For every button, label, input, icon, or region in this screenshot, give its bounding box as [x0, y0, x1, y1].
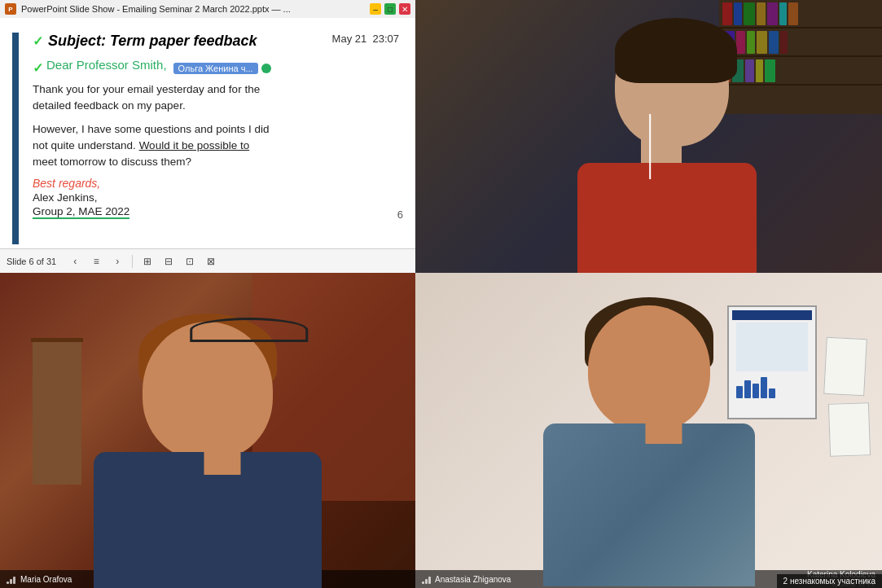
- person-neck-bl: [204, 450, 241, 475]
- wall-paper-1: [823, 337, 867, 397]
- slide-area: ✓ Subject: Term paper feedback May 21 23…: [0, 18, 415, 258]
- signal-bar-br-2: [425, 579, 428, 584]
- person-face-br: [588, 305, 710, 432]
- book: [744, 2, 755, 25]
- shelf-row-3: [719, 57, 882, 86]
- slide-date: May 21 23:07: [332, 33, 399, 45]
- check-icon-2: ✓: [33, 60, 43, 76]
- slide-subject: Subject: Term paper feedback: [48, 33, 257, 50]
- person-neck-br: [645, 423, 682, 444]
- chart-bar-3: [753, 384, 759, 398]
- slide-controls-bar: Slide 6 of 31 ‹ ≡ › ⊞ ⊟ ⊡ ⊠: [0, 248, 415, 273]
- maximize-button[interactable]: □: [384, 3, 396, 15]
- earphone-wire-tr: [649, 114, 651, 179]
- book: [780, 31, 788, 54]
- view-btn-2[interactable]: ⊟: [160, 252, 178, 270]
- chart-bar-2: [744, 380, 751, 398]
- window-controls: – □ ✕: [370, 3, 410, 15]
- subject-value: Term paper feedback: [110, 33, 257, 49]
- book: [788, 2, 798, 25]
- book: [765, 59, 775, 82]
- signal-bar-bl-1: [7, 581, 9, 584]
- view-btn-3[interactable]: ⊡: [181, 252, 199, 270]
- book: [734, 2, 742, 25]
- slide-group: Group 2, MAE 2022: [33, 205, 399, 219]
- door-top: [31, 338, 83, 342]
- poster-title-bar: [732, 310, 812, 320]
- prev-slide-button[interactable]: ‹: [66, 252, 84, 270]
- person-body-tr: [577, 163, 757, 273]
- main-layout: P PowerPoint Slide Show - Emailing Semin…: [0, 0, 882, 588]
- label-left-br: Anastasia Zhiganova: [422, 574, 511, 584]
- slide-para-2: However, I have some questions and point…: [33, 121, 399, 171]
- bookshelf: [719, 0, 882, 114]
- slide-info: Slide 6 of 31: [7, 257, 56, 266]
- book: [767, 2, 778, 25]
- person-body-br: [543, 423, 755, 586]
- video-bottom-left: NT Dr Natalya Tulyakina gap between corr…: [0, 273, 415, 588]
- check-icon-1: ✓: [33, 33, 43, 49]
- shelf-row-2: [719, 29, 882, 57]
- book: [745, 59, 754, 82]
- chart-bar-5: [769, 388, 775, 398]
- wall-paper-2: [828, 402, 871, 457]
- slide-nav-button[interactable]: ≡: [87, 252, 105, 270]
- extra-participants: 2 незнакомых участника: [777, 574, 882, 588]
- person-face-bl: [143, 322, 273, 460]
- subject-label: Subject:: [48, 33, 106, 49]
- titlebar: P PowerPoint Slide Show - Emailing Semin…: [0, 0, 415, 18]
- book: [722, 2, 732, 25]
- divider-1: [132, 255, 133, 268]
- slide-content: ✓ Subject: Term paper feedback May 21 23…: [0, 18, 415, 227]
- titlebar-text: PowerPoint Slide Show - Emailing Seminar…: [21, 4, 365, 14]
- name-tag: Ольга Женина ч...: [173, 63, 258, 74]
- group-underlined: Group 2, MAE 2022: [33, 205, 129, 219]
- view-btn-1[interactable]: ⊞: [138, 252, 156, 270]
- next-slide-button[interactable]: ›: [108, 252, 126, 270]
- signal-icon-br: [422, 574, 431, 584]
- ppt-icon: P: [5, 3, 16, 15]
- shelf-row-1: [719, 0, 882, 29]
- signal-icon-bl: [7, 574, 15, 584]
- book: [756, 59, 763, 82]
- signal-bar-br-1: [422, 581, 424, 584]
- poster-chart: [736, 374, 808, 398]
- underlined-text: Would it be possible to: [139, 139, 250, 151]
- view-btn-4[interactable]: ⊠: [202, 252, 220, 270]
- door-bg: [33, 338, 81, 485]
- video-bottom-right: Anastasia Zhiganova Katerina Kolodieva К…: [415, 273, 882, 588]
- book: [757, 31, 767, 54]
- signal-bar-bl-2: [10, 579, 12, 584]
- video-top-right: Tatiana Golechkova: [415, 0, 882, 273]
- green-circle: [261, 64, 271, 73]
- close-button[interactable]: ✕: [399, 3, 410, 15]
- signal-bar-bl-3: [13, 577, 15, 584]
- signal-bar-br-3: [428, 577, 431, 584]
- slide-greeting: Dear Professor Smith,: [46, 58, 167, 72]
- ppt-panel: P PowerPoint Slide Show - Emailing Semin…: [0, 0, 415, 273]
- person-hair-tr: [615, 18, 737, 83]
- participant-name-br-1: Anastasia Zhiganova: [435, 575, 511, 584]
- wall-poster: [727, 305, 817, 419]
- book: [736, 31, 745, 54]
- chart-bar-4: [761, 377, 767, 398]
- participant-name-bl: Maria Orafova: [20, 575, 72, 584]
- chart-bar-1: [736, 386, 743, 398]
- book: [779, 2, 787, 25]
- book: [769, 31, 779, 54]
- slide-closing: Best regards,: [33, 177, 399, 190]
- book: [747, 31, 755, 54]
- poster-content: [736, 323, 808, 371]
- minimize-button[interactable]: –: [370, 3, 381, 15]
- book: [757, 2, 766, 25]
- slide-name: Alex Jenkins,: [33, 191, 399, 204]
- slide-para-1: Thank you for your email yesterday and f…: [33, 81, 399, 115]
- slide-number: 6: [397, 208, 403, 221]
- headset: [190, 318, 308, 342]
